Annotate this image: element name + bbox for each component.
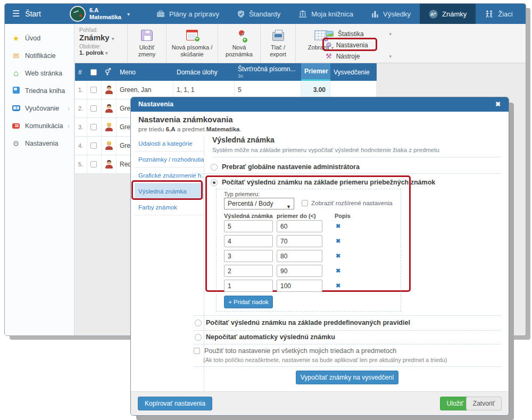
limit-input[interactable] <box>277 250 322 262</box>
col-header-stvrtrocna[interactable]: Štvrťročná písomn... 3x <box>235 63 301 81</box>
option-predefined-rules[interactable]: Počítať výslednú známku na základe predd… <box>195 319 410 326</box>
class-selector[interactable]: 6.A Matematika ▾ <box>70 5 130 23</box>
radio-button[interactable] <box>195 334 202 341</box>
add-row-button[interactable]: + Pridať riadok <box>224 296 273 308</box>
limit-col-header: priemer do (<) <box>277 213 316 219</box>
limit-input[interactable] <box>277 280 322 292</box>
delete-row-icon[interactable]: ✖ <box>336 267 340 274</box>
student-name: Green, Jan <box>117 81 173 99</box>
chevron-down-icon: ▾ <box>112 36 114 41</box>
grade-input[interactable] <box>224 265 273 277</box>
new-note-button[interactable]: + Nová poznámka <box>218 24 261 63</box>
modal-nav-farby[interactable]: Farby známok <box>135 199 204 215</box>
envelope-icon: ✉ <box>12 52 20 60</box>
student-avatar <box>105 123 113 131</box>
tab-moja-kniznica[interactable]: Moja knižnica <box>289 4 362 24</box>
option-global-settings[interactable]: Prebrať globálne nastavenie administráto… <box>211 163 360 171</box>
tools-icon: ⚒ <box>326 52 332 60</box>
checkbox[interactable] <box>194 348 200 354</box>
tab-ziaci[interactable]: Žiaci <box>476 4 521 24</box>
grade-input[interactable] <box>224 250 273 262</box>
new-exam-button[interactable]: + Nová písomka / skúšanie <box>167 24 218 63</box>
sidebar-item-uvod[interactable]: ★ Úvod <box>5 29 74 47</box>
col-header-priemer[interactable]: Priemer <box>301 63 330 81</box>
grade-input[interactable] <box>224 280 273 292</box>
limit-input[interactable] <box>277 235 322 247</box>
star-icon: ★ <box>12 35 20 42</box>
sidebar-item-notifikacie[interactable]: ✉ Notifikácie <box>5 47 74 64</box>
sidebar-item-komunikacia[interactable]: Komunikácia › <box>5 117 74 135</box>
row-checkbox[interactable] <box>90 105 97 112</box>
topbar-tabs: Plány a prípravy Štandardy Moja knižnica… <box>147 4 522 24</box>
limit-input[interactable] <box>277 265 322 277</box>
row-checkbox[interactable] <box>90 124 97 130</box>
col-header-domace-ulohy[interactable]: Domáce úlohy <box>173 63 235 81</box>
modal-body: Nastavenia známkovania pre triedu 6.A a … <box>131 97 509 415</box>
start-menu[interactable]: ☰ Štart <box>12 4 41 24</box>
class-subject: Matematika <box>89 14 121 21</box>
tab-standardy[interactable]: Štandardy <box>228 4 289 24</box>
chevron-down-icon: ▾ <box>389 31 392 37</box>
apply-all-checkbox-row[interactable]: Použiť toto nastavenie pri všetkých moji… <box>194 347 396 355</box>
grade-badge-icon: A⁺ <box>429 10 438 19</box>
student-avatar <box>105 104 113 113</box>
section-description: Systém môže na základe priemeru vypočíta… <box>212 147 439 153</box>
row-checkbox[interactable] <box>90 142 97 149</box>
bank-icon <box>298 10 307 18</box>
statistics-dropdown[interactable]: Štatistika ▾ <box>326 28 395 39</box>
compute-grades-button[interactable]: Vypočítať známky na vysvedčení <box>296 371 398 384</box>
view-period-group: Pohľad: Známky ▾ Obdobie: 1. polrok ▾ <box>74 24 128 63</box>
modal-nav-udalosti[interactable]: Udalosti a kategórie <box>135 136 204 152</box>
tools-dropdown[interactable]: ⚒ Nástroje ▾ <box>326 51 395 62</box>
avg-type-select[interactable]: Percentá / Body ▼ <box>224 198 294 209</box>
modal-nav-vysledna-znamka[interactable]: Výsledná známka <box>135 183 204 199</box>
delete-row-icon[interactable]: ✖ <box>336 282 340 289</box>
sidebar-item-vyucovanie[interactable]: Vyučovanie › <box>5 99 74 117</box>
svg-text:A⁺: A⁺ <box>430 12 436 17</box>
view-label: Pohľad: <box>79 27 127 33</box>
chevron-down-icon: ▾ <box>105 51 108 56</box>
divider <box>194 330 501 331</box>
gears-icon: ⚙ <box>326 41 332 49</box>
tab-vysledky[interactable]: Výsledky <box>362 4 420 24</box>
print-export-button[interactable]: Tlač / export <box>261 24 296 63</box>
sidebar-item-web-stranka[interactable]: ⌂ Web stránka <box>5 64 74 82</box>
settings-modal: Nastavenia ✖ Nastavenia známkovania pre … <box>130 97 509 416</box>
modal-nav-graficke[interactable]: Grafické znázornenie h... <box>135 167 204 183</box>
row-checkbox[interactable] <box>90 161 97 167</box>
grade-input[interactable] <box>224 235 273 247</box>
radio-button-selected[interactable] <box>211 179 218 186</box>
limit-input[interactable] <box>277 220 322 232</box>
select-all-checkbox[interactable] <box>87 63 102 81</box>
settings-menu-item[interactable]: ⚙ Nastavenia <box>326 39 395 51</box>
delete-row-icon[interactable]: ✖ <box>336 238 340 245</box>
col-header-meno[interactable]: Meno <box>117 63 173 81</box>
close-button[interactable]: Zatvoriť <box>466 397 502 410</box>
option-no-auto-grade[interactable]: Nepočítať automaticky výslednú známku <box>195 333 335 341</box>
radio-button[interactable] <box>211 164 218 171</box>
tab-znamky[interactable]: A⁺ Známky <box>420 4 476 24</box>
radio-button[interactable] <box>195 320 202 326</box>
delete-row-icon[interactable]: ✖ <box>336 253 340 259</box>
modal-nav-poznamky[interactable]: Poznámky / rozhodnutia <box>135 152 204 167</box>
divider <box>194 366 501 367</box>
student-avatar <box>105 141 113 150</box>
view-dropdown[interactable]: Známky ▾ <box>79 33 127 42</box>
chevron-right-icon: › <box>68 122 70 130</box>
extended-settings-checkbox-row[interactable]: Zobraziť rozšírené nastavenia <box>302 200 393 206</box>
option-compute-from-average[interactable]: Počítať výslednú známku na základe priem… <box>211 179 435 186</box>
chevron-down-icon: ▾ <box>389 54 392 59</box>
period-dropdown[interactable]: 1. polrok ▾ <box>79 49 127 56</box>
tab-plany-a-pripravy[interactable]: Plány a prípravy <box>147 4 228 24</box>
save-changes-button[interactable]: Uložiť zmeny <box>128 24 167 63</box>
col-header-vysvedcenie[interactable]: Vysvedčenie <box>330 63 377 81</box>
sidebar-item-triedna-kniha[interactable]: Triedna kniha <box>5 82 74 99</box>
row-checkbox[interactable] <box>90 87 97 93</box>
delete-row-icon[interactable]: ✖ <box>336 223 340 230</box>
copy-settings-button[interactable]: Kopírovať nastavenia <box>138 397 212 410</box>
student-avatar <box>105 160 113 169</box>
sidebar-item-nastavenia[interactable]: ⚙ Nastavenia <box>5 135 74 152</box>
shield-icon <box>237 10 245 18</box>
grade-input[interactable] <box>224 220 273 232</box>
checkbox[interactable] <box>302 200 308 206</box>
